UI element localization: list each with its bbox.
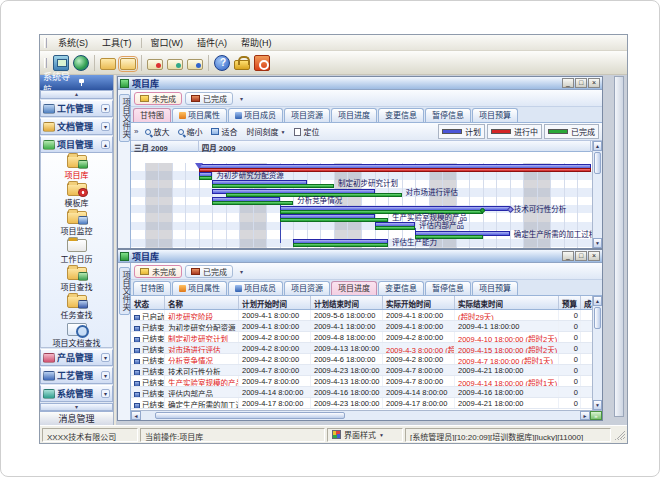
locate-button[interactable]: 定位 xyxy=(290,125,323,138)
scroll-up-icon[interactable]: ▲ xyxy=(593,296,602,306)
task-bar-complete[interactable] xyxy=(280,218,388,222)
column-header-成[interactable]: 成 xyxy=(581,296,592,309)
zoom-in-button[interactable]: 放大 xyxy=(141,125,173,138)
scroll-jump-icon[interactable]: » xyxy=(590,411,602,420)
docked-panel-strip[interactable] xyxy=(614,76,624,417)
scroll-down-icon[interactable]: ▼ xyxy=(593,400,602,410)
tab-项目进度[interactable]: 项目进度 xyxy=(331,108,377,122)
pin-icon[interactable] xyxy=(77,79,111,86)
column-header-状态[interactable]: 状态 xyxy=(131,296,165,309)
filter-tab-未完成[interactable]: 未完成 xyxy=(134,265,182,278)
filter-tab-已完成[interactable]: 已完成 xyxy=(185,92,233,105)
globe-icon[interactable] xyxy=(73,55,89,71)
menu-item-1[interactable]: 工具(T) xyxy=(95,35,139,50)
child-titlebar[interactable]: 项目库 _ □ × xyxy=(118,250,602,263)
task-bar-complete[interactable] xyxy=(199,176,213,180)
table-row[interactable]: 已结束生产实验室规模的产品2009-4-7 8:00:002009-4-13 1… xyxy=(131,376,592,387)
mail-send-icon[interactable] xyxy=(147,59,163,70)
scroll-down-icon[interactable]: ▼ xyxy=(593,238,602,248)
zoom-out-button[interactable]: 缩小 xyxy=(174,125,206,138)
tab-甘特图[interactable]: 甘特图 xyxy=(133,108,171,122)
sidebar-item-任务查找[interactable]: 任务查找 xyxy=(41,295,112,320)
filter-tab-已完成[interactable]: 已完成 xyxy=(185,265,233,278)
menu-item-4[interactable]: 帮助(H) xyxy=(234,35,279,50)
interface-style-button[interactable]: 界面样式 ▼ xyxy=(327,428,403,442)
scroll-right-icon[interactable]: ► xyxy=(580,411,590,420)
tab-项目属性[interactable]: 项目属性 xyxy=(172,108,227,122)
sidebar-item-项目文档查找[interactable]: 项目文档查找 xyxy=(41,323,112,348)
collapse-icon[interactable]: ▴ xyxy=(101,140,110,149)
tab-项目成员[interactable]: 项目成员 xyxy=(228,108,283,122)
column-header-实际开始时间[interactable]: 实际开始时间 xyxy=(383,296,455,309)
minimize-button[interactable]: _ xyxy=(562,78,574,88)
table-row[interactable]: 已启动初步研究阶段2009-4-1 8:00:002009-5-6 18:00:… xyxy=(131,310,592,321)
sidebar-item-项目查找[interactable]: 项目查找 xyxy=(41,267,112,292)
vertical-tab-project-folder[interactable]: 项目文件夹 xyxy=(118,263,131,420)
folder-open-icon[interactable] xyxy=(120,58,136,70)
sidebar-item-项目库[interactable]: 项目库 xyxy=(41,155,112,180)
table-header-row[interactable]: 状态名称计划开始时间计划结束时间实际开始时间实际结束时间预算成 xyxy=(131,296,592,310)
tab-项目资源[interactable]: 项目资源 xyxy=(284,108,330,122)
menu-item-3[interactable]: 插件(A) xyxy=(190,35,234,50)
tab-暂停信息[interactable]: 暂停信息 xyxy=(425,281,471,295)
column-header-计划结束时间[interactable]: 计划结束时间 xyxy=(311,296,383,309)
child-titlebar[interactable]: 项目库 _ □ × xyxy=(118,77,602,90)
column-header-预算[interactable]: 预算 xyxy=(559,296,581,309)
fit-button[interactable]: 适合 xyxy=(207,125,241,138)
lock-icon[interactable] xyxy=(234,60,250,70)
table-row[interactable]: 已结束分析竞争情况2009-4-2 8:00:002009-4-6 18:00:… xyxy=(131,354,592,365)
sidebar-overflow-button[interactable]: ▾ xyxy=(40,403,113,411)
timescale-button[interactable]: 时间刻度▼ xyxy=(242,125,289,138)
tab-项目预算[interactable]: 项目预算 xyxy=(472,281,518,295)
expand-icon[interactable]: ▾ xyxy=(101,371,110,380)
scroll-up-icon[interactable]: ▲ xyxy=(593,141,602,151)
scroll-thumb[interactable] xyxy=(594,152,601,174)
column-header-实际结束时间[interactable]: 实际结束时间 xyxy=(455,296,559,309)
monitor-icon[interactable] xyxy=(53,55,69,71)
sidebar-section-2[interactable]: 项目管理▴ xyxy=(40,136,113,153)
tab-项目成员[interactable]: 项目成员 xyxy=(228,281,283,295)
column-header-名称[interactable]: 名称 xyxy=(165,296,239,309)
menu-item-2[interactable]: 窗口(W) xyxy=(144,35,191,50)
sidebar-tab-messages[interactable]: 消息管理 xyxy=(40,411,113,425)
close-button[interactable]: × xyxy=(588,251,600,261)
help-icon[interactable] xyxy=(214,55,230,71)
minimize-button[interactable]: _ xyxy=(562,251,574,261)
task-bar-complete[interactable] xyxy=(293,243,388,247)
scroll-left-icon[interactable]: ◄ xyxy=(131,411,141,420)
filter-overflow-icon[interactable]: ▾ xyxy=(240,268,243,275)
table-row[interactable]: 已结束评估内部产品2009-4-14 8:00:002009-4-16 18:0… xyxy=(131,387,592,398)
table-horizontal-scrollbar[interactable]: ◄ ► » xyxy=(131,410,602,420)
expand-icon[interactable]: ▾ xyxy=(101,104,110,113)
folder-closed-icon[interactable] xyxy=(100,58,116,70)
sidebar-section-4[interactable]: 工艺管理▾ xyxy=(40,367,113,384)
tab-变更信息[interactable]: 变更信息 xyxy=(378,108,424,122)
table-row[interactable]: 已结束为初步研究分配资源2009-4-1 8:00:002009-4-1 18:… xyxy=(131,321,592,332)
expand-icon[interactable]: ▾ xyxy=(101,122,110,131)
resize-grip[interactable] xyxy=(615,430,625,440)
sidebar-section-0[interactable]: 工作管理▾ xyxy=(40,100,113,117)
table-row[interactable]: 已结束制定初步研究计划2009-4-2 8:00:002009-4-8 18:0… xyxy=(131,332,592,343)
tab-暂停信息[interactable]: 暂停信息 xyxy=(425,108,471,122)
column-header-计划开始时间[interactable]: 计划开始时间 xyxy=(239,296,311,309)
sidebar-section-1[interactable]: 文档管理▾ xyxy=(40,118,113,135)
sidebar-item-模板库[interactable]: 模板库 xyxy=(41,183,112,208)
mail-receive-icon[interactable] xyxy=(167,59,183,70)
sidebar-item-项目监控[interactable]: 项目监控 xyxy=(41,211,112,236)
table-row[interactable]: 已结束对市场进行评估2009-4-2 8:00:002009-4-13 18:0… xyxy=(131,343,592,354)
menu-item-0[interactable]: 系统(S) xyxy=(51,35,95,50)
gantt-vertical-scrollbar[interactable]: ▲ ▼ xyxy=(592,141,602,248)
exit-icon[interactable] xyxy=(254,55,270,71)
sidebar-collapse-button[interactable]: ▴ xyxy=(40,90,113,99)
vertical-tab-project-folder[interactable]: 项目文件夹 xyxy=(118,90,131,248)
tab-项目预算[interactable]: 项目预算 xyxy=(472,108,518,122)
scroll-thumb[interactable] xyxy=(594,307,601,329)
menu-grip[interactable] xyxy=(44,38,47,48)
expand-icon[interactable]: ▾ xyxy=(101,389,110,398)
filter-tab-未完成[interactable]: 未完成 xyxy=(134,92,182,105)
tab-甘特图[interactable]: 甘特图 xyxy=(133,281,171,295)
toolbar-grip[interactable] xyxy=(44,58,47,68)
toolbar-overflow-icon[interactable]: » xyxy=(134,127,138,136)
expand-icon[interactable]: ▾ xyxy=(101,353,110,362)
sidebar-section-5[interactable]: 系统管理▾ xyxy=(40,385,113,402)
